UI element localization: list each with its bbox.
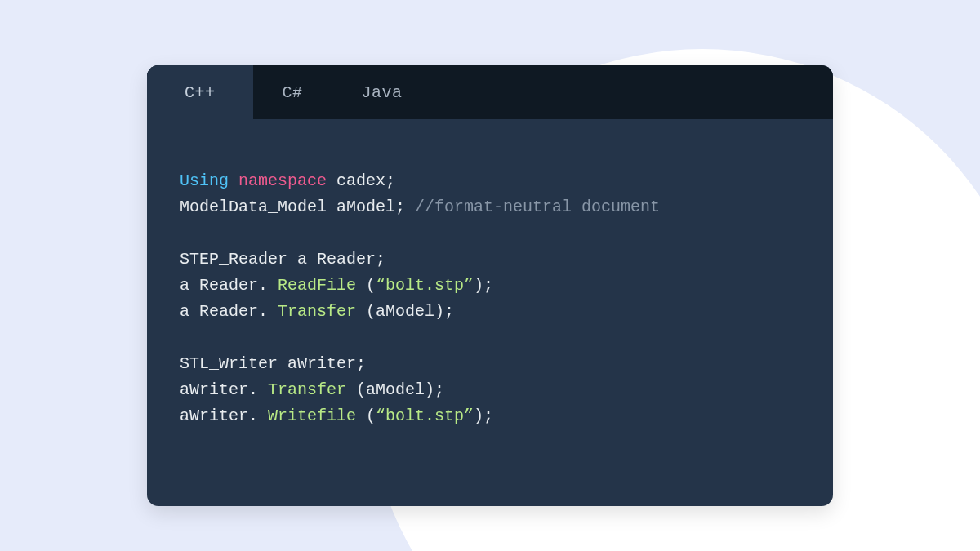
code-text: ( [356,276,376,295]
code-method: ReadFile [278,276,356,295]
code-text: a Reader. [180,302,278,321]
code-method: Transfer [268,380,346,399]
code-text: a Reader. [180,276,278,295]
tab-java[interactable]: Java [332,65,432,119]
code-content: Using namespace cadex; ModelData_Model a… [147,119,833,462]
code-text: aWriter. [180,380,268,399]
code-text: ); [474,276,493,295]
code-editor: C++ C# Java Using namespace cadex; Model… [147,65,833,506]
code-method: Writefile [268,407,356,425]
code-text: STL_Writer aWriter; [180,354,366,373]
code-string: “bolt.stp” [376,407,474,425]
code-text: ModelData_Model aModel; [180,198,415,216]
tab-csharp[interactable]: C# [253,65,332,119]
keyword-using: Using [180,171,229,190]
code-text: (aModel); [346,380,444,399]
code-text: cadex; [327,171,395,190]
tab-cpp[interactable]: C++ [147,65,253,119]
keyword-namespace: namespace [238,171,327,190]
code-method: Transfer [278,302,356,321]
code-text: STEP_Reader a Reader; [180,250,385,269]
code-text: (aModel); [356,302,454,321]
code-string: “bolt.stp” [376,276,474,295]
code-text: ( [356,407,376,425]
tab-bar: C++ C# Java [147,65,833,119]
code-comment: //format-neutral document [415,198,660,216]
code-text: ); [474,407,493,425]
code-text: aWriter. [180,407,268,425]
